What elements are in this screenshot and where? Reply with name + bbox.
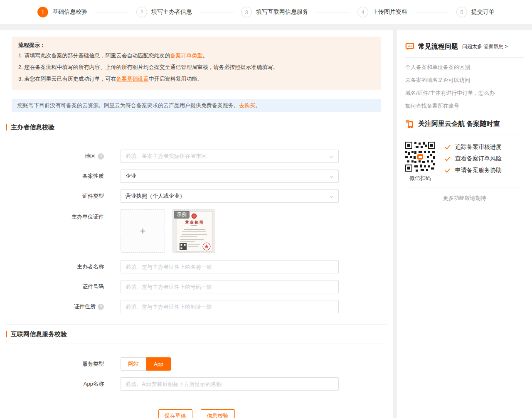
nature-value-text: 企业 [126,173,136,179]
help-sidebar: 常见流程问题 问题太多 管家帮您 > 个人备案和单位备案的区别 未备案的域名是否… [397,30,532,418]
cert-no-label: 证件号码 [6,280,104,293]
step-connector [415,12,449,12]
cert-example-image[interactable]: 示例 营 业 执 照 [172,209,215,253]
service-type-option-app[interactable]: App [146,357,171,371]
cert-upload-dropzone[interactable]: + [121,209,165,253]
step-5-submit-order: 5 提交订单 [456,7,495,17]
cert-no-input[interactable] [121,280,339,293]
layout-gutter [393,30,397,418]
nature-select[interactable]: 企业 [121,170,339,183]
step-connector [316,12,350,12]
verify-info-button[interactable]: 信息校验 [201,409,235,418]
faq-helper-link[interactable]: 问题太多 管家帮您 > [462,43,508,50]
main-content: 流程提示： 1. 请填写此次备案的部分基础信息，阿里云会自动匹配您此次的备案订单… [0,30,393,418]
faq-links: 个人备案和单位备案的区别 未备案的域名是否可以访问 域名/证件/主体有进行中订单… [405,64,524,109]
benefit-track-progress: 追踪备案审核进度 [444,143,502,151]
tip-3-suffix: 中开启资料复用功能。 [148,76,202,82]
owner-section-title: 主办者信息校验 [6,124,387,130]
benefit-service-assist: 申请备案服务协助 [444,167,502,174]
tip-1-text: 1. 请填写此次备案的部分基础信息，阿里云会自动匹配您此次的 [18,52,170,59]
step-2-circle: 2 [136,7,147,17]
region-help-icon[interactable]: ? [98,153,104,160]
basic-settings-link[interactable]: 备案基础设置 [116,76,148,82]
go-purchase-link[interactable]: 去购买 [239,102,255,108]
cert-no-label-text: 证件号码 [82,280,104,293]
service-type-label: 服务类型 [6,357,104,371]
chevron-down-icon [330,174,334,178]
follow-title: 关注阿里云企航 备案随时查 [418,120,500,128]
qr-caption: 微信扫码 [405,175,435,182]
nature-label: 备案性质 [6,170,104,183]
sidebar-divider [405,57,524,58]
service-type-toggle: 网站 App [121,357,171,371]
form-actions: 保存草稿 信息校验 [6,400,387,418]
process-tips-box: 流程提示： 1. 请填写此次备案的部分基础信息，阿里云会自动匹配您此次的备案订单… [12,37,381,90]
resource-info-suffix: 。 [255,102,261,108]
step-2-label: 填写主办者信息 [151,8,192,16]
svg-text:营 业 执 照: 营 业 执 照 [185,220,203,224]
order-type-link[interactable]: 备案订单类型 [170,52,202,59]
step-connector [95,12,129,12]
process-tips-title: 流程提示： [18,41,374,50]
owner-name-label: 主办者名称 [6,260,104,273]
step-connector [200,12,234,12]
process-tip-2: 2. 您在备案流程中填写的所有内容、上传的所有图片均会提交至通信管理局审核，请务… [18,61,374,73]
save-draft-button[interactable]: 保存草稿 [158,409,192,418]
step-4-upload-images: 4 上传图片资料 [357,7,407,17]
example-badge: 示例 [174,211,190,219]
step-1-label: 基础信息校验 [52,8,87,16]
step-5-label: 提交订单 [471,8,495,16]
cert-addr-label-text: 证件住所 [74,300,96,313]
follow-header: 关注阿里云企航 备案随时查 [405,119,524,128]
cert-type-select[interactable]: 营业执照（个人或企业） [121,189,339,203]
region-label: 地区 ? [6,150,104,163]
qr-code-graphic [405,142,435,172]
phone-chat-icon [405,119,414,128]
owner-name-label-text: 主办者名称 [77,260,104,273]
cert-addr-help-icon[interactable]: ? [98,304,104,310]
owner-name-input[interactable] [121,260,339,273]
faq-link-find-account[interactable]: 如何查找备案所在账号 [405,103,524,109]
benefit-text: 查看备案订单风险 [455,155,502,162]
plus-icon: + [140,225,145,237]
step-3-circle: 3 [241,7,252,17]
sidebar-divider [405,187,524,187]
faq-link-unfiled-domain-access[interactable]: 未备案的域名是否可以访问 [405,77,524,84]
step-2-owner-info: 2 填写主办者信息 [136,7,192,17]
faq-link-personal-vs-unit[interactable]: 个人备案和单位备案的区别 [405,64,524,71]
app-name-label-text: App名称 [84,377,104,391]
faq-link-in-progress-order[interactable]: 域名/证件/主体有进行中订单，怎么办 [405,90,524,96]
app-name-input[interactable] [121,377,339,391]
process-tip-1: 1. 请填写此次备案的部分基础信息，阿里云会自动匹配您此次的备案订单类型。 [18,50,374,61]
service-type-option-website[interactable]: 网站 [121,357,146,371]
cert-addr-label: 证件住所 ? [6,300,104,313]
step-3-label: 填写互联网信息服务 [256,8,308,16]
cert-type-label: 证件类型 [6,189,104,203]
sub-divider [6,344,387,344]
cloud-resource-info-bar: 您账号下目前没有可备案的云资源。阿里云为符合备案要求的云产品用户提供免费备案服务… [12,99,381,112]
cert-upload-label: 主办单位证件 [6,209,104,221]
chat-bubble-icon [405,42,414,51]
sidebar-divider [405,135,524,135]
step-5-circle: 5 [456,7,467,17]
region-label-text: 地区 [85,150,96,163]
benefit-text: 追踪备案审核进度 [455,143,502,151]
step-4-label: 上传图片资料 [372,8,407,16]
resource-info-text: 您账号下目前没有可备案的云资源。阿里云为符合备案要求的云产品用户提供免费备案服务… [17,102,239,108]
step-1-circle: 1 [37,7,48,17]
tip-1-period: 。 [202,52,208,59]
service-type-label-text: 服务类型 [82,357,104,371]
check-icon [444,144,451,150]
region-select[interactable]: 必填。备案主办者实际所在省市区 [121,150,339,163]
cert-type-label-text: 证件类型 [82,189,104,203]
check-icon [444,167,451,173]
check-icon [444,156,451,162]
faq-header: 常见流程问题 问题太多 管家帮您 > [405,42,524,51]
benefit-text: 申请备案服务协助 [455,167,502,174]
cert-type-value-text: 营业执照（个人或企业） [126,193,185,199]
cert-addr-input[interactable] [121,300,339,313]
step-1-basic-info: 1 基础信息校验 [37,7,87,17]
chevron-down-icon [330,194,334,198]
service-section-title: 互联网信息服务校验 [6,331,387,337]
faq-title: 常见流程问题 [418,42,458,51]
